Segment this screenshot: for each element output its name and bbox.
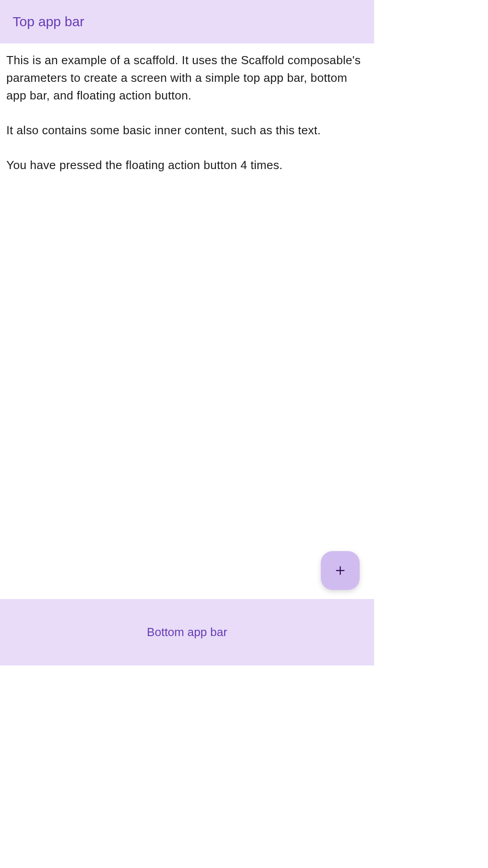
add-icon <box>334 564 347 577</box>
top-app-bar-title: Top app bar <box>13 14 84 29</box>
content-paragraph: This is an example of a scaffold. It use… <box>6 52 368 104</box>
content-paragraph: You have pressed the floating action but… <box>6 156 368 174</box>
top-app-bar: Top app bar <box>0 0 374 43</box>
content-text: This is an example of a scaffold. It use… <box>6 52 368 174</box>
bottom-app-bar-label: Bottom app bar <box>147 625 227 639</box>
main-content: This is an example of a scaffold. It use… <box>0 43 374 599</box>
content-paragraph: It also contains some basic inner conten… <box>6 122 368 139</box>
floating-action-button[interactable] <box>321 551 360 590</box>
bottom-app-bar: Bottom app bar <box>0 599 374 665</box>
